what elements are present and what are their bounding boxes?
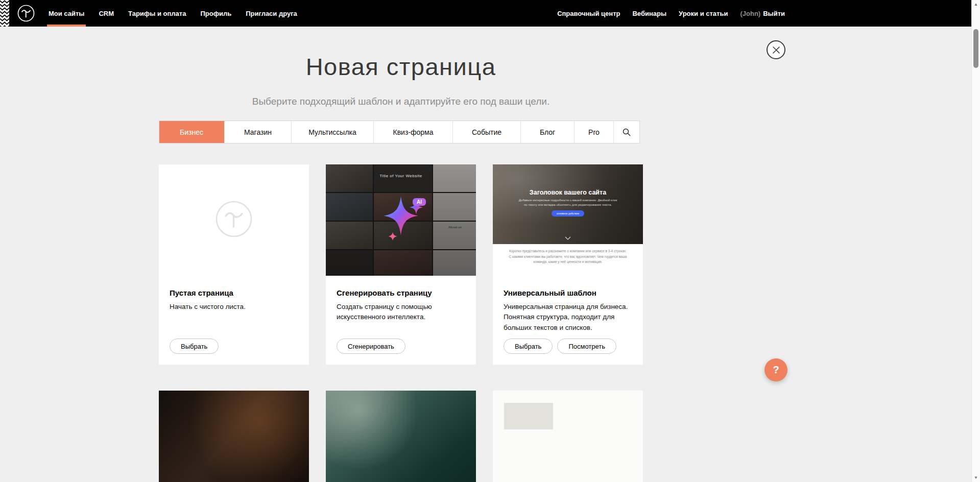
- blank-page-preview[interactable]: [159, 164, 309, 276]
- secondary-navigation: Справочный центр Вебинары Уроки и статьи…: [557, 0, 785, 27]
- card-actions: Выбрать: [170, 339, 298, 354]
- generate-button[interactable]: Сгенерировать: [337, 339, 405, 354]
- nav-invite-friend[interactable]: Пригласи друга: [246, 0, 297, 27]
- nav-tariffs[interactable]: Тарифы и оплата: [128, 0, 186, 27]
- preview-placeholder-block: [504, 403, 553, 429]
- choose-blank-button[interactable]: Выбрать: [170, 339, 219, 354]
- nav-help-center[interactable]: Справочный центр: [557, 10, 620, 17]
- card-blank-page: Пустая страница Начать с чистого листа. …: [159, 164, 309, 365]
- tilda-new-page-screen: Мои сайты CRM Тарифы и оплата Профиль Пр…: [0, 0, 980, 482]
- collage-sample-title: Title of Your Website: [326, 174, 476, 178]
- card-title: Универсальный шаблон: [504, 288, 632, 297]
- template-hero: Заголовок вашего сайта Добавьте интересн…: [493, 164, 643, 244]
- card-description: Создать страницу с помощью искусственног…: [337, 302, 465, 323]
- nav-crm[interactable]: CRM: [99, 0, 114, 27]
- template-cards-row-1: Пустая страница Начать с чистого листа. …: [159, 164, 643, 365]
- template-preview[interactable]: [159, 391, 309, 482]
- nav-profile[interactable]: Профиль: [200, 0, 231, 27]
- ai-sparkle-icon: [370, 188, 432, 250]
- template-card: [493, 391, 643, 482]
- card-body: Универсальный шаблон Универсальная стран…: [493, 276, 643, 365]
- close-button[interactable]: [767, 40, 785, 59]
- template-preview[interactable]: [326, 391, 476, 482]
- ai-badge: AI: [413, 198, 426, 206]
- card-body: Пустая страница Начать с чистого листа. …: [159, 276, 309, 365]
- scroll-up-arrow[interactable]: ▲: [972, 2, 980, 7]
- template-category-tabs: Бизнес Магазин Мультиссылка Квиз-форма С…: [159, 120, 640, 143]
- tab-search[interactable]: [614, 121, 639, 143]
- tab-business[interactable]: Бизнес: [159, 120, 225, 143]
- card-actions: Выбрать Посмотреть: [504, 339, 632, 354]
- nav-my-sites[interactable]: Мои сайты: [49, 0, 84, 27]
- universal-template-preview[interactable]: Заголовок вашего сайта Добавьте интересн…: [493, 164, 643, 276]
- main-navigation: Мои сайты CRM Тарифы и оплата Профиль Пр…: [49, 0, 297, 27]
- card-title: Пустая страница: [170, 288, 298, 297]
- template-hero-cta: основное действие: [552, 210, 584, 216]
- tab-multilink[interactable]: Мультиссылка: [292, 121, 374, 143]
- template-body-text: Коротко представьтесь и расскажите о ком…: [493, 244, 643, 276]
- choose-template-button[interactable]: Выбрать: [504, 339, 553, 354]
- page-title: Новая страница: [159, 53, 643, 81]
- logout-link[interactable]: Выйти: [763, 10, 785, 17]
- tab-event[interactable]: Событие: [453, 121, 521, 143]
- template-card: [159, 391, 309, 482]
- template-hero-subtitle: Добавьте интересные подробности о вашей …: [518, 198, 618, 207]
- tilda-watermark-icon: [214, 200, 253, 240]
- zigzag-pattern-decoration: [0, 0, 9, 27]
- card-description: Начать с чистого листа.: [170, 302, 298, 312]
- collage-about-label: About us: [448, 226, 462, 229]
- scrollbar-thumb[interactable]: [973, 29, 978, 68]
- template-card: [326, 391, 476, 482]
- scroll-down-arrow[interactable]: ▼: [972, 475, 980, 480]
- view-template-button[interactable]: Посмотреть: [557, 339, 616, 354]
- tab-store[interactable]: Магазин: [225, 121, 292, 143]
- scrollbar[interactable]: ▲ ▼: [971, 0, 980, 482]
- user-name: (John): [740, 10, 760, 17]
- search-icon: [623, 128, 631, 136]
- user-account: (John) Выйти: [740, 10, 785, 17]
- nav-lessons[interactable]: Уроки и статьи: [679, 10, 728, 17]
- top-navigation-bar: Мои сайты CRM Тарифы и оплата Профиль Пр…: [0, 0, 980, 27]
- card-title: Сгенерировать страницу: [337, 288, 465, 297]
- nav-webinars[interactable]: Вебинары: [632, 10, 666, 17]
- template-hero-title: Заголовок вашего сайта: [493, 189, 643, 196]
- card-universal-template: Заголовок вашего сайта Добавьте интересн…: [493, 164, 643, 365]
- page-subtitle: Выберите подходящий шаблон и адаптируйте…: [159, 96, 643, 107]
- tilda-logo[interactable]: [17, 4, 35, 22]
- tab-quiz-form[interactable]: Квиз-форма: [374, 121, 453, 143]
- template-preview[interactable]: [493, 391, 643, 482]
- card-ai-generate: Title of Your Website About us: [326, 164, 476, 365]
- card-body: Сгенерировать страницу Создать страницу …: [326, 276, 476, 365]
- ai-generate-preview[interactable]: Title of Your Website About us: [326, 164, 476, 276]
- template-cards-row-2: [159, 391, 643, 482]
- card-actions: Сгенерировать: [337, 339, 465, 354]
- close-icon: [773, 46, 780, 54]
- chevron-down-icon: [565, 233, 571, 242]
- help-button[interactable]: ?: [764, 358, 787, 381]
- tab-pro[interactable]: Pro: [575, 121, 614, 143]
- card-description: Универсальная страница для бизнеса. Поня…: [504, 302, 632, 333]
- tab-blog[interactable]: Блог: [521, 121, 575, 143]
